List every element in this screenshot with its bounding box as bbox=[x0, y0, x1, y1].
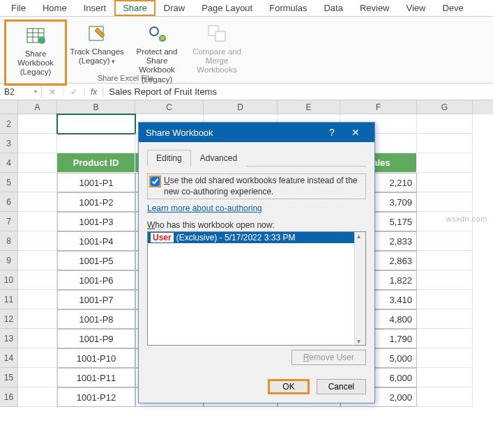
cell[interactable] bbox=[417, 348, 473, 368]
use-legacy-option[interactable]: Use the old shared workbooks feature ins… bbox=[147, 173, 366, 199]
select-all-corner[interactable] bbox=[0, 100, 18, 114]
cell[interactable] bbox=[417, 309, 473, 329]
tab-share[interactable]: Share bbox=[114, 0, 156, 16]
cell[interactable] bbox=[417, 173, 473, 192]
col-header[interactable]: E bbox=[278, 100, 340, 114]
row-header[interactable]: 5 bbox=[0, 173, 18, 192]
cell[interactable] bbox=[18, 387, 57, 407]
cell[interactable] bbox=[417, 153, 473, 173]
row-header[interactable]: 14 bbox=[0, 348, 18, 368]
row-header[interactable]: 2 bbox=[0, 114, 18, 134]
cell[interactable] bbox=[417, 114, 473, 134]
tab-file[interactable]: File bbox=[3, 0, 34, 16]
col-header[interactable]: B bbox=[57, 100, 135, 114]
row-header[interactable]: 7 bbox=[0, 212, 18, 231]
row-header[interactable]: 16 bbox=[0, 387, 18, 407]
cell[interactable] bbox=[57, 114, 135, 134]
tab-advanced[interactable]: Advanced bbox=[191, 150, 246, 167]
cell[interactable] bbox=[18, 368, 57, 387]
cell[interactable] bbox=[18, 270, 57, 290]
help-icon[interactable]: ? bbox=[320, 127, 344, 138]
header-cell[interactable]: Product ID bbox=[57, 153, 135, 173]
ok-button[interactable]: OK bbox=[268, 379, 309, 394]
cell[interactable]: 1001-P6 bbox=[57, 270, 135, 290]
cell[interactable]: 1001-P3 bbox=[57, 212, 135, 231]
cell[interactable] bbox=[18, 114, 57, 134]
formula-bar-row: B2 ✕ ✓ fx Sales Report of Fruit Items bbox=[0, 84, 493, 100]
ribbon-content: Share Workbook (Legacy) Track Changes (L… bbox=[0, 17, 493, 84]
cell[interactable] bbox=[417, 290, 473, 309]
learn-more-link[interactable]: Learn more about co-authoring bbox=[147, 203, 262, 213]
row-header[interactable]: 15 bbox=[0, 368, 18, 387]
cell[interactable]: 1001-P1 bbox=[57, 173, 135, 192]
row-header[interactable]: 8 bbox=[0, 231, 18, 251]
name-box[interactable]: B2 bbox=[0, 86, 42, 98]
row-header[interactable]: 4 bbox=[0, 153, 18, 173]
dialog-titlebar[interactable]: Share Workbook ? ✕ bbox=[139, 123, 374, 142]
cell[interactable]: 1001-P8 bbox=[57, 309, 135, 329]
tab-review[interactable]: Review bbox=[351, 0, 398, 16]
cell[interactable] bbox=[417, 231, 473, 251]
tab-developer[interactable]: Deve bbox=[434, 0, 471, 16]
cell[interactable] bbox=[417, 134, 473, 153]
cell[interactable]: 1001-P4 bbox=[57, 231, 135, 251]
tab-insert[interactable]: Insert bbox=[75, 0, 115, 16]
cell[interactable]: 1001-P2 bbox=[57, 192, 135, 212]
cell[interactable]: 1001-P7 bbox=[57, 290, 135, 309]
row-header[interactable]: 13 bbox=[0, 329, 18, 348]
col-header[interactable]: F bbox=[340, 100, 417, 114]
cell[interactable]: 1001-P12 bbox=[57, 387, 135, 407]
col-header[interactable]: C bbox=[135, 100, 204, 114]
tab-home[interactable]: Home bbox=[34, 0, 75, 16]
cell[interactable] bbox=[18, 134, 57, 153]
cell[interactable] bbox=[417, 192, 473, 212]
cell[interactable] bbox=[18, 173, 57, 192]
scrollbar[interactable] bbox=[354, 232, 365, 345]
col-header[interactable]: G bbox=[417, 100, 473, 114]
cell[interactable] bbox=[18, 290, 57, 309]
cell[interactable] bbox=[18, 251, 57, 270]
cell[interactable]: 1001-P10 bbox=[57, 348, 135, 368]
row-header[interactable]: 11 bbox=[0, 290, 18, 309]
cell[interactable]: 1001-P9 bbox=[57, 329, 135, 348]
cancel-button[interactable]: Cancel bbox=[317, 379, 366, 394]
cell[interactable] bbox=[417, 387, 473, 407]
cell[interactable] bbox=[18, 329, 57, 348]
col-header[interactable]: A bbox=[18, 100, 57, 114]
confirm-edit-icon: ✓ bbox=[63, 87, 85, 97]
cell[interactable]: 1001-P5 bbox=[57, 251, 135, 270]
row-header[interactable]: 12 bbox=[0, 309, 18, 329]
tab-editing[interactable]: Editing bbox=[147, 150, 191, 167]
col-header[interactable]: D bbox=[204, 100, 278, 114]
formula-bar[interactable]: Sales Report of Fruit Items bbox=[103, 85, 493, 98]
cell[interactable] bbox=[57, 134, 135, 153]
row-header[interactable]: 9 bbox=[0, 251, 18, 270]
row-header[interactable]: 6 bbox=[0, 192, 18, 212]
tab-formulas[interactable]: Formulas bbox=[261, 0, 315, 16]
cell[interactable] bbox=[18, 231, 57, 251]
cell[interactable] bbox=[18, 153, 57, 173]
use-legacy-checkbox[interactable] bbox=[151, 177, 160, 186]
ribbon-tabs: File Home Insert Share Draw Page Layout … bbox=[0, 0, 493, 17]
row-header[interactable]: 10 bbox=[0, 270, 18, 290]
close-icon[interactable]: ✕ bbox=[344, 127, 367, 138]
dialog-title: Share Workbook bbox=[146, 128, 320, 138]
cell[interactable] bbox=[18, 348, 57, 368]
cell[interactable] bbox=[18, 212, 57, 231]
cell[interactable]: 1001-P11 bbox=[57, 368, 135, 387]
cell[interactable] bbox=[417, 251, 473, 270]
tab-view[interactable]: View bbox=[398, 0, 434, 16]
cell[interactable] bbox=[18, 309, 57, 329]
row-header[interactable]: 3 bbox=[0, 134, 18, 153]
tab-draw[interactable]: Draw bbox=[156, 0, 193, 16]
cell[interactable] bbox=[18, 192, 57, 212]
list-item[interactable]: User (Exclusive) - 5/17/2022 3:33 PM bbox=[148, 232, 365, 243]
tab-page-layout[interactable]: Page Layout bbox=[193, 0, 261, 16]
cell[interactable] bbox=[417, 329, 473, 348]
users-listbox[interactable]: User (Exclusive) - 5/17/2022 3:33 PM bbox=[147, 231, 366, 346]
cell[interactable] bbox=[417, 270, 473, 290]
fx-icon[interactable]: fx bbox=[85, 87, 103, 97]
cell[interactable] bbox=[417, 368, 473, 387]
tab-data[interactable]: Data bbox=[315, 0, 351, 16]
svg-rect-10 bbox=[160, 36, 165, 40]
